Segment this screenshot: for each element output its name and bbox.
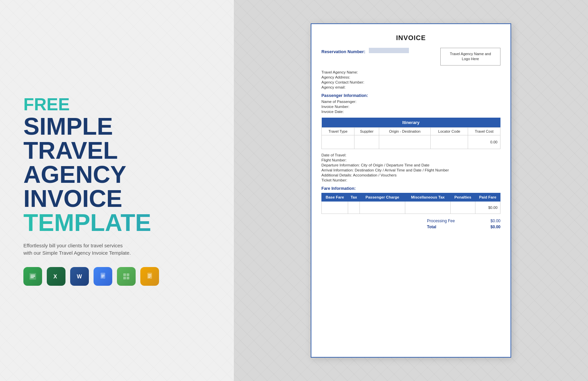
agency-email-field: Agency email:: [321, 85, 500, 89]
agency-logo-box: Travel Agency Name and Logo Here: [440, 48, 500, 66]
col-locator: Locator Code: [431, 127, 468, 135]
processing-fee-value: $0.00: [480, 219, 500, 223]
fare-paid-val: $0.00: [475, 201, 500, 214]
agency-contact-field: Agency Contact Number:: [321, 80, 500, 84]
fare-table: Base Fare Tax Passenger Charge Miscellan…: [321, 193, 500, 214]
total-row: Total $0.00: [321, 225, 500, 229]
free-label: FREE: [23, 96, 210, 113]
docs-icon: [94, 267, 112, 286]
title-line-4: INVOICE: [23, 186, 210, 211]
fare-col-penalties: Penalties: [451, 193, 475, 201]
invoice-date-field: Invoice Date:: [321, 110, 500, 114]
excel-icon: X: [47, 267, 65, 286]
left-content: FREE SIMPLE TRAVEL AGENCY INVOICE TEMPLA…: [23, 96, 210, 286]
reservation-block: Reservation Number:: [321, 48, 440, 54]
invoice-title: INVOICE: [321, 34, 500, 42]
numbers-icon: [117, 267, 136, 286]
travel-details: Date of Travel: Flight Number: Departure…: [321, 153, 500, 182]
invoice-document: INVOICE Reservation Number: Travel Agenc…: [311, 23, 511, 358]
svg-rect-5: [127, 273, 129, 276]
title-line-3: AGENCY: [23, 162, 210, 186]
date-of-travel: Date of Travel:: [321, 153, 500, 157]
itin-origin-dest: [379, 135, 431, 149]
fare-col-paid: Paid Fare: [475, 193, 500, 201]
svg-rect-3: [101, 273, 105, 279]
title-template: TEMPLATE: [23, 211, 210, 235]
col-travel-type: Travel Type: [322, 127, 354, 135]
col-origin-dest: Origin - Destination: [379, 127, 431, 135]
processing-fee-row: Processing Fee $0.00: [321, 219, 500, 223]
invoice-header-row: Reservation Number: Travel Agency Name a…: [321, 48, 500, 66]
agency-name-field: Travel Agency Name:: [321, 70, 500, 74]
word-icon: W: [70, 267, 89, 286]
itin-supplier: [354, 135, 379, 149]
itinerary-header: Itinerary: [322, 118, 500, 128]
itin-travel-type: [322, 135, 354, 149]
passenger-fields: Name of Passenger: Invoice Number: Invoi…: [321, 100, 500, 114]
col-supplier: Supplier: [354, 127, 379, 135]
ticket-number: Ticket Number:: [321, 178, 500, 182]
totals-section: Processing Fee $0.00 Total $0.00: [321, 219, 500, 229]
fare-tax-val: [348, 201, 360, 214]
col-travel-cost: Travel Cost: [468, 127, 500, 135]
left-panel: FREE SIMPLE TRAVEL AGENCY INVOICE TEMPLA…: [0, 0, 234, 381]
pages-icon: [140, 267, 159, 286]
total-label: Total: [427, 225, 467, 229]
reservation-label: Reservation Number:: [321, 49, 365, 54]
agency-fields: Travel Agency Name: Agency Address: Agen…: [321, 70, 500, 89]
fare-misc-val: [405, 201, 451, 214]
fare-section-header: Fare Information:: [321, 186, 500, 191]
invoice-number-field: Invoice Number:: [321, 105, 500, 109]
svg-rect-8: [147, 273, 152, 279]
fare-base-val: [322, 201, 348, 214]
title-line-1: SIMPLE: [23, 114, 210, 138]
total-value: $0.00: [480, 225, 500, 229]
itin-locator: [431, 135, 468, 149]
svg-text:X: X: [53, 274, 57, 279]
app-icons-row: X W: [23, 267, 210, 286]
fare-col-misc: Miscellaneous Tax: [405, 193, 451, 201]
itin-cost: 0.00: [468, 135, 500, 149]
svg-rect-4: [123, 273, 126, 276]
itinerary-table: Itinerary Travel Type Supplier Origin - …: [321, 118, 500, 149]
additional-details: Additional Details: Accomodation / Vouch…: [321, 173, 500, 177]
svg-rect-7: [127, 277, 129, 279]
fare-col-tax: Tax: [348, 193, 360, 201]
passenger-section-header: Passenger Information:: [321, 93, 500, 98]
fare-penalties-val: [451, 201, 475, 214]
sheets-icon: [23, 267, 42, 286]
svg-rect-6: [123, 277, 126, 279]
title-line-2: TRAVEL: [23, 138, 210, 162]
processing-fee-label: Processing Fee: [427, 219, 467, 223]
flight-number: Flight Number:: [321, 158, 500, 162]
svg-text:W: W: [77, 274, 82, 279]
departure-info: Departure Information: City of Origin / …: [321, 163, 500, 167]
reservation-value: [369, 48, 409, 53]
right-panel: INVOICE Reservation Number: Travel Agenc…: [234, 0, 588, 381]
fare-passenger-val: [359, 201, 405, 214]
fare-col-base: Base Fare: [322, 193, 348, 201]
passenger-name-field: Name of Passenger:: [321, 100, 500, 104]
subtitle-text: Effortlessly bill your clients for trave…: [23, 242, 164, 257]
fare-col-passenger: Passenger Charge: [359, 193, 405, 201]
agency-address-field: Agency Address:: [321, 75, 500, 79]
arrival-info: Arrival Information: Destination City / …: [321, 168, 500, 172]
